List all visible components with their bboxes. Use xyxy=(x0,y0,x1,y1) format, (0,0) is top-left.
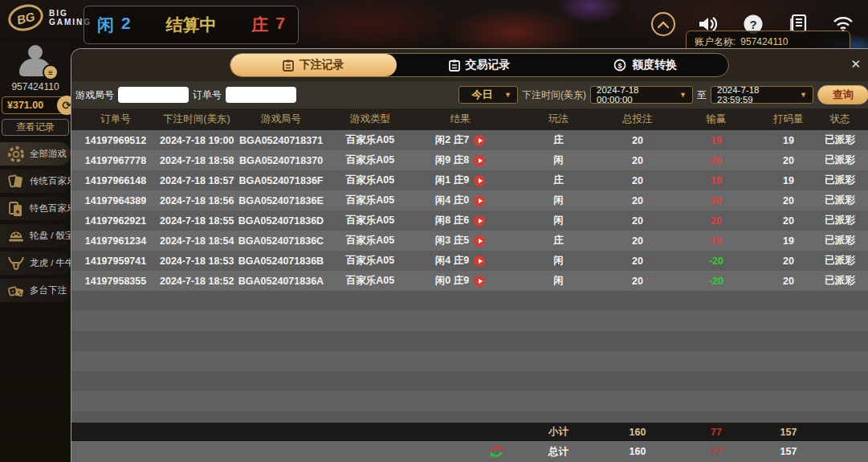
table-scoreboard: 闲 2 结算中 庄 7 xyxy=(84,6,299,44)
cell-status: 已派彩 xyxy=(811,274,868,288)
cell-status: 已派彩 xyxy=(811,214,868,227)
sidebar-menu-item[interactable]: 轮盘 / 骰宝 xyxy=(0,224,71,247)
play-icon[interactable] xyxy=(474,276,485,287)
date-to-select[interactable]: 2024-7-18 23:59:59 ▼ xyxy=(711,86,813,104)
menu-icon xyxy=(7,255,25,272)
modal-tabs-row: 下注记录 交易记录 $ 额度转换 ✕ xyxy=(71,49,868,81)
sidebar-menu-item[interactable]: ♠ 特色百家乐 xyxy=(0,197,71,220)
sidebar-menu-item[interactable]: 多台下注 xyxy=(0,279,71,302)
chevron-down-icon: ▼ xyxy=(800,91,807,99)
cell-bet-time: 2024-7-18 18:56 xyxy=(160,195,234,206)
cell-round-id: BGA0524071836C xyxy=(234,235,328,247)
cell-round-id: BGA0524071836F xyxy=(234,175,328,186)
result-text: 闲0 庄9 xyxy=(435,274,469,288)
cell-total-bet: 20 xyxy=(609,175,666,186)
avatar-menu-badge-icon[interactable]: ≡ xyxy=(43,64,59,80)
cell-result: 闲4 庄9 xyxy=(412,254,508,268)
cell-bet-time: 2024-7-18 18:53 xyxy=(160,256,234,267)
play-icon[interactable] xyxy=(474,135,485,146)
table-row: 14197967778 2024-7-18 18:58 BGA052407183… xyxy=(71,150,868,170)
tab-bet-records[interactable]: 下注记录 xyxy=(230,54,397,76)
cell-play: 庄 xyxy=(508,234,609,247)
cell-bet-time: 2024-7-18 18:52 xyxy=(160,276,234,287)
cell-play: 庄 xyxy=(508,133,609,147)
cell-game-type: 百家乐A05 xyxy=(328,174,412,187)
play-icon[interactable] xyxy=(474,235,485,247)
round-status: 结算中 xyxy=(166,14,217,36)
cell-game-type: 百家乐A05 xyxy=(328,274,412,288)
cell-win-loss: -20 xyxy=(666,276,766,287)
cell-round-id: BGA0524071836E xyxy=(234,195,328,206)
swap-arrows-icon[interactable] xyxy=(412,445,508,458)
table-row: 14197964389 2024-7-18 18:56 BGA052407183… xyxy=(71,190,868,211)
cell-round-id: BGA0524071836B xyxy=(234,256,328,267)
avatar-head xyxy=(28,45,43,59)
play-icon[interactable] xyxy=(474,195,485,206)
sidebar-menu-item[interactable]: 龙虎 / 牛牛 xyxy=(0,251,71,275)
total-turnover: 157 xyxy=(766,446,811,457)
cell-win-loss: 20 xyxy=(666,195,766,206)
date-range-value: 今日 xyxy=(472,88,493,102)
total-row: 总计 160 77 157 xyxy=(71,441,868,462)
cell-total-bet: 20 xyxy=(609,256,666,267)
round-id-input[interactable] xyxy=(118,87,189,103)
result-text: 闲1 庄9 xyxy=(435,174,469,187)
play-icon[interactable] xyxy=(474,175,485,186)
cell-result: 闲2 庄7 xyxy=(412,133,508,147)
menu-item-label: 龙虎 / 牛牛 xyxy=(30,257,71,269)
sidebar-menu-item[interactable]: 传统百家乐 xyxy=(0,170,71,193)
cell-win-loss: 19 xyxy=(666,235,766,247)
view-records-button[interactable]: 查看记录 xyxy=(2,119,69,136)
col-result: 结果 xyxy=(412,112,508,126)
search-button[interactable]: 查询 xyxy=(817,85,868,104)
bet-records-modal: 下注记录 交易记录 $ 额度转换 ✕ 游戏局号 订单号 今日 ▼ xyxy=(71,48,868,462)
tab-transaction-records[interactable]: 交易记录 xyxy=(397,54,563,76)
cell-order-id: 14197964389 xyxy=(71,195,160,206)
date-range-select[interactable]: 今日 ▼ xyxy=(458,86,518,104)
tab-label: 下注记录 xyxy=(300,58,344,72)
svg-text:$: $ xyxy=(618,62,622,70)
cell-round-id: BGA0524071836D xyxy=(234,215,328,227)
menu-item-label: 轮盘 / 骰宝 xyxy=(30,230,71,242)
tab-credit-transfer[interactable]: $ 额度转换 xyxy=(562,54,728,76)
player-label: 闲 xyxy=(97,14,114,36)
cell-win-loss: 19 xyxy=(666,175,766,186)
collapse-chevron-up-icon[interactable] xyxy=(651,12,675,36)
cell-play: 庄 xyxy=(508,174,609,187)
cell-play: 闲 xyxy=(508,194,609,207)
cell-bet-time: 2024-7-18 19:00 xyxy=(160,135,234,146)
cell-bet-time: 2024-7-18 18:55 xyxy=(160,215,234,227)
table-row: 14197958355 2024-7-18 18:52 BGA052407183… xyxy=(71,271,868,291)
col-turnover: 打码量 xyxy=(766,112,811,126)
svg-text:?: ? xyxy=(749,18,756,31)
avatar[interactable]: ≡ xyxy=(17,45,54,79)
play-icon[interactable] xyxy=(474,215,485,227)
result-text: 闲8 庄6 xyxy=(435,214,469,227)
total-label: 总计 xyxy=(508,445,609,459)
sidebar-menu-item[interactable]: 全部游戏 xyxy=(0,142,71,166)
play-icon[interactable] xyxy=(474,155,485,166)
play-icon[interactable] xyxy=(474,256,485,267)
cell-turnover: 20 xyxy=(766,276,811,287)
menu-item-label: 传统百家乐 xyxy=(30,175,71,187)
chevron-down-icon: ▼ xyxy=(504,91,511,99)
cell-play: 闲 xyxy=(508,214,609,227)
cell-win-loss: -20 xyxy=(666,256,766,267)
cell-order-id: 14197959741 xyxy=(71,256,160,267)
menu-icon xyxy=(7,227,25,245)
cell-bet-time: 2024-7-18 18:58 xyxy=(160,155,234,166)
order-id-input[interactable] xyxy=(226,87,296,103)
cell-game-type: 百家乐A05 xyxy=(328,234,412,247)
col-game-type: 游戏类型 xyxy=(328,112,412,126)
cell-turnover: 19 xyxy=(766,235,811,247)
tab-label: 额度转换 xyxy=(632,58,677,72)
cell-order-id: 14197966148 xyxy=(71,175,160,186)
table-body: 14197969512 2024-7-18 19:00 BGA052407183… xyxy=(71,130,868,423)
close-icon[interactable]: ✕ xyxy=(850,58,861,70)
table-row: 14197959741 2024-7-18 18:53 BGA052407183… xyxy=(71,251,868,271)
cell-result: 闲4 庄0 xyxy=(412,194,508,207)
date-from-select[interactable]: 2024-7-18 00:00:00 ▼ xyxy=(590,86,693,104)
subtotal-label: 小计 xyxy=(508,425,609,439)
cell-round-id: BGA05240718371 xyxy=(234,135,328,146)
cell-turnover: 20 xyxy=(766,195,811,206)
